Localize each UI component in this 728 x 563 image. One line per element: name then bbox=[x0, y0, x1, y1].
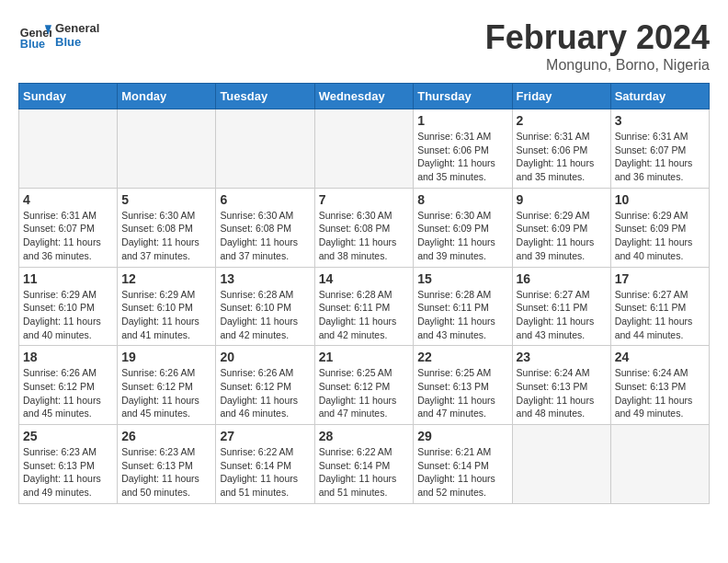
calendar-cell: 24Sunrise: 6:24 AMSunset: 6:13 PMDayligh… bbox=[610, 346, 709, 425]
day-info: Sunrise: 6:26 AMSunset: 6:12 PMDaylight:… bbox=[23, 366, 113, 420]
day-info: Sunrise: 6:27 AMSunset: 6:11 PMDaylight:… bbox=[615, 288, 705, 342]
calendar-week-row: 25Sunrise: 6:23 AMSunset: 6:13 PMDayligh… bbox=[19, 425, 710, 504]
calendar-cell: 27Sunrise: 6:22 AMSunset: 6:14 PMDayligh… bbox=[216, 425, 314, 504]
day-number: 17 bbox=[615, 271, 705, 286]
weekday-header: Monday bbox=[118, 84, 216, 109]
day-number: 15 bbox=[417, 271, 507, 286]
weekday-header: Wednesday bbox=[314, 84, 414, 109]
day-info: Sunrise: 6:24 AMSunset: 6:13 PMDaylight:… bbox=[615, 366, 705, 420]
day-number: 14 bbox=[319, 271, 410, 286]
calendar-cell: 23Sunrise: 6:24 AMSunset: 6:13 PMDayligh… bbox=[512, 346, 610, 425]
calendar-cell: 17Sunrise: 6:27 AMSunset: 6:11 PMDayligh… bbox=[610, 267, 709, 346]
svg-text:Blue: Blue bbox=[20, 38, 45, 51]
day-number: 9 bbox=[517, 192, 607, 207]
main-title: February 2024 bbox=[485, 18, 710, 57]
calendar-cell: 22Sunrise: 6:25 AMSunset: 6:13 PMDayligh… bbox=[414, 346, 512, 425]
day-number: 19 bbox=[121, 350, 211, 364]
day-number: 7 bbox=[319, 192, 410, 207]
day-info: Sunrise: 6:23 AMSunset: 6:13 PMDaylight:… bbox=[121, 445, 211, 500]
day-number: 6 bbox=[220, 192, 310, 207]
day-info: Sunrise: 6:25 AMSunset: 6:12 PMDaylight:… bbox=[319, 366, 410, 420]
day-number: 29 bbox=[417, 429, 507, 443]
calendar-cell: 19Sunrise: 6:26 AMSunset: 6:12 PMDayligh… bbox=[118, 346, 216, 425]
day-number: 5 bbox=[121, 192, 211, 207]
day-info: Sunrise: 6:22 AMSunset: 6:14 PMDaylight:… bbox=[319, 445, 410, 500]
day-info: Sunrise: 6:29 AMSunset: 6:09 PMDaylight:… bbox=[517, 209, 607, 263]
calendar-cell: 28Sunrise: 6:22 AMSunset: 6:14 PMDayligh… bbox=[314, 425, 414, 504]
calendar-cell: 12Sunrise: 6:29 AMSunset: 6:10 PMDayligh… bbox=[118, 267, 216, 346]
day-info: Sunrise: 6:31 AMSunset: 6:07 PMDaylight:… bbox=[23, 209, 113, 263]
day-info: Sunrise: 6:31 AMSunset: 6:07 PMDaylight:… bbox=[615, 130, 705, 184]
calendar-cell: 25Sunrise: 6:23 AMSunset: 6:13 PMDayligh… bbox=[19, 425, 118, 504]
day-number: 16 bbox=[517, 271, 607, 286]
calendar-cell: 15Sunrise: 6:28 AMSunset: 6:11 PMDayligh… bbox=[414, 267, 512, 346]
calendar-cell bbox=[19, 109, 118, 189]
logo-blue: Blue bbox=[55, 35, 99, 49]
day-info: Sunrise: 6:28 AMSunset: 6:11 PMDaylight:… bbox=[417, 288, 507, 342]
day-info: Sunrise: 6:29 AMSunset: 6:10 PMDaylight:… bbox=[23, 288, 113, 342]
day-number: 26 bbox=[121, 429, 211, 443]
day-number: 22 bbox=[417, 350, 507, 364]
calendar-table: SundayMondayTuesdayWednesdayThursdayFrid… bbox=[18, 83, 710, 504]
day-info: Sunrise: 6:22 AMSunset: 6:14 PMDaylight:… bbox=[220, 445, 310, 500]
title-block: February 2024 Monguno, Borno, Nigeria bbox=[485, 18, 710, 74]
calendar-cell: 3Sunrise: 6:31 AMSunset: 6:07 PMDaylight… bbox=[610, 109, 709, 189]
calendar-cell: 1Sunrise: 6:31 AMSunset: 6:06 PMDaylight… bbox=[414, 109, 512, 189]
calendar-cell: 8Sunrise: 6:30 AMSunset: 6:09 PMDaylight… bbox=[414, 188, 512, 267]
calendar-cell: 20Sunrise: 6:26 AMSunset: 6:12 PMDayligh… bbox=[216, 346, 314, 425]
day-info: Sunrise: 6:30 AMSunset: 6:08 PMDaylight:… bbox=[121, 209, 211, 263]
day-info: Sunrise: 6:23 AMSunset: 6:13 PMDaylight:… bbox=[23, 445, 113, 500]
day-info: Sunrise: 6:29 AMSunset: 6:10 PMDaylight:… bbox=[121, 288, 211, 342]
weekday-header: Tuesday bbox=[216, 84, 314, 109]
day-number: 25 bbox=[23, 429, 113, 443]
logo-icon: General Blue bbox=[18, 18, 51, 52]
day-info: Sunrise: 6:27 AMSunset: 6:11 PMDaylight:… bbox=[517, 288, 607, 342]
day-number: 3 bbox=[615, 113, 705, 128]
calendar-cell: 14Sunrise: 6:28 AMSunset: 6:11 PMDayligh… bbox=[314, 267, 414, 346]
day-number: 20 bbox=[220, 350, 310, 364]
day-info: Sunrise: 6:26 AMSunset: 6:12 PMDaylight:… bbox=[220, 366, 310, 420]
day-info: Sunrise: 6:31 AMSunset: 6:06 PMDaylight:… bbox=[417, 130, 507, 184]
day-number: 4 bbox=[23, 192, 113, 207]
calendar-cell: 6Sunrise: 6:30 AMSunset: 6:08 PMDaylight… bbox=[216, 188, 314, 267]
logo: General Blue General Blue bbox=[18, 18, 99, 52]
calendar-cell: 29Sunrise: 6:21 AMSunset: 6:14 PMDayligh… bbox=[414, 425, 512, 504]
day-info: Sunrise: 6:28 AMSunset: 6:11 PMDaylight:… bbox=[319, 288, 410, 342]
calendar-cell: 21Sunrise: 6:25 AMSunset: 6:12 PMDayligh… bbox=[314, 346, 414, 425]
weekday-header: Friday bbox=[512, 84, 610, 109]
day-number: 24 bbox=[615, 350, 705, 364]
weekday-header-row: SundayMondayTuesdayWednesdayThursdayFrid… bbox=[19, 84, 710, 109]
day-number: 12 bbox=[121, 271, 211, 286]
day-info: Sunrise: 6:28 AMSunset: 6:10 PMDaylight:… bbox=[220, 288, 310, 342]
calendar-cell: 10Sunrise: 6:29 AMSunset: 6:09 PMDayligh… bbox=[610, 188, 709, 267]
day-info: Sunrise: 6:21 AMSunset: 6:14 PMDaylight:… bbox=[417, 445, 507, 500]
day-number: 2 bbox=[517, 113, 607, 128]
calendar-cell: 2Sunrise: 6:31 AMSunset: 6:06 PMDaylight… bbox=[512, 109, 610, 189]
weekday-header: Sunday bbox=[19, 84, 118, 109]
page-header: General Blue General Blue February 2024 … bbox=[18, 18, 710, 74]
day-info: Sunrise: 6:26 AMSunset: 6:12 PMDaylight:… bbox=[121, 366, 211, 420]
day-number: 21 bbox=[319, 350, 410, 364]
day-number: 18 bbox=[23, 350, 113, 364]
day-number: 23 bbox=[517, 350, 607, 364]
day-number: 27 bbox=[220, 429, 310, 443]
weekday-header: Saturday bbox=[610, 84, 709, 109]
calendar-cell bbox=[314, 109, 414, 189]
day-number: 10 bbox=[615, 192, 705, 207]
day-number: 11 bbox=[23, 271, 113, 286]
calendar-cell: 16Sunrise: 6:27 AMSunset: 6:11 PMDayligh… bbox=[512, 267, 610, 346]
day-number: 8 bbox=[417, 192, 507, 207]
day-info: Sunrise: 6:25 AMSunset: 6:13 PMDaylight:… bbox=[417, 366, 507, 420]
calendar-cell bbox=[512, 425, 610, 504]
calendar-cell: 11Sunrise: 6:29 AMSunset: 6:10 PMDayligh… bbox=[19, 267, 118, 346]
calendar-week-row: 11Sunrise: 6:29 AMSunset: 6:10 PMDayligh… bbox=[19, 267, 710, 346]
day-info: Sunrise: 6:30 AMSunset: 6:08 PMDaylight:… bbox=[319, 209, 410, 263]
day-number: 1 bbox=[417, 113, 507, 128]
logo-general: General bbox=[55, 21, 99, 35]
calendar-cell: 7Sunrise: 6:30 AMSunset: 6:08 PMDaylight… bbox=[314, 188, 414, 267]
calendar-week-row: 4Sunrise: 6:31 AMSunset: 6:07 PMDaylight… bbox=[19, 188, 710, 267]
calendar-cell: 9Sunrise: 6:29 AMSunset: 6:09 PMDaylight… bbox=[512, 188, 610, 267]
calendar-cell: 26Sunrise: 6:23 AMSunset: 6:13 PMDayligh… bbox=[118, 425, 216, 504]
calendar-week-row: 18Sunrise: 6:26 AMSunset: 6:12 PMDayligh… bbox=[19, 346, 710, 425]
day-info: Sunrise: 6:30 AMSunset: 6:08 PMDaylight:… bbox=[220, 209, 310, 263]
